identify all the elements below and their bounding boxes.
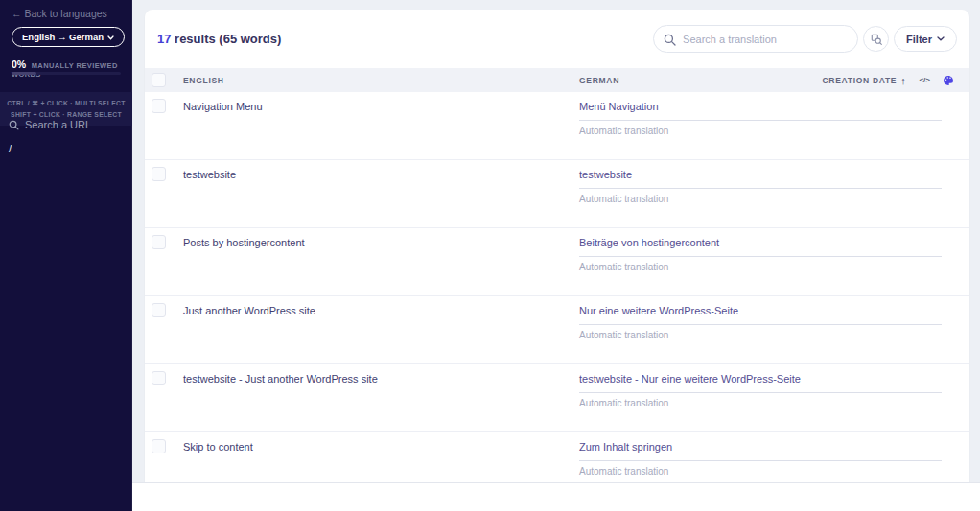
toolbar-actions: Filter (653, 25, 957, 53)
url-list-item[interactable]: / (9, 143, 12, 154)
chevron-down-icon (107, 35, 114, 40)
row-checkbox[interactable] (152, 99, 166, 113)
translation-status: Automatic translation (579, 257, 942, 272)
translation-field[interactable]: testwebsite - Nur eine weitere WordPress… (579, 364, 942, 393)
table-header: ENGLISH GERMAN CREATION DATE ↑ </> (145, 68, 969, 92)
search-in-code-icon (871, 34, 882, 45)
source-text: Skip to content (183, 440, 253, 453)
source-text: testwebsite - Just another WordPress sit… (183, 372, 378, 385)
translation-cell: Menü Navigation Automatic translation (579, 92, 942, 136)
translation-cell: Zum Inhalt springen Automatic translatio… (579, 432, 942, 476)
shortcut-hint-line1: CTRL / ⌘ + CLICK · MULTI SELECT (2, 98, 130, 109)
search-icon (9, 120, 19, 130)
back-to-languages-label: Back to languages (24, 8, 106, 19)
search-icon (664, 34, 676, 46)
translation-status: Automatic translation (579, 325, 942, 340)
url-search-placeholder: Search a URL (25, 119, 91, 130)
translation-cell: testwebsite - Nur eine weitere WordPress… (579, 364, 942, 408)
column-header-creation-date[interactable]: CREATION DATE ↑ (822, 75, 906, 86)
translations-panel: 17 results (65 words) Filter ENGLISH GER… (145, 10, 969, 489)
table-row: Navigation Menu Menü Navigation Automati… (145, 92, 969, 160)
filter-button[interactable]: Filter (894, 26, 957, 52)
translation-field[interactable]: Nur eine weitere WordPress-Seite (579, 296, 942, 325)
column-header-german: GERMAN (579, 76, 619, 85)
sidebar: ← Back to languages English → German 0% … (0, 0, 132, 511)
translation-cell: Beiträge von hostingercontent Automatic … (579, 228, 942, 272)
results-label: results (65 words) (171, 32, 281, 46)
translation-field[interactable]: Zum Inhalt springen (579, 432, 942, 461)
results-count: 17 (157, 32, 171, 46)
translation-status: Automatic translation (579, 189, 942, 204)
table-row: testwebsite testwebsite Automatic transl… (145, 160, 969, 228)
translation-rows: Navigation Menu Menü Navigation Automati… (145, 92, 969, 500)
back-to-languages-link[interactable]: ← Back to languages (12, 8, 107, 19)
reviewed-progress-bar (12, 72, 121, 75)
row-checkbox[interactable] (152, 303, 166, 317)
language-pair-selector[interactable]: English → German (12, 27, 125, 47)
translation-search-input[interactable] (683, 26, 852, 52)
translation-status: Automatic translation (579, 393, 942, 408)
select-all-checkbox[interactable] (152, 73, 166, 87)
row-checkbox[interactable] (152, 439, 166, 453)
translation-status: Automatic translation (579, 461, 942, 476)
row-checkbox[interactable] (152, 371, 166, 385)
source-text: testwebsite (183, 168, 236, 181)
translation-field[interactable]: Beiträge von hostingercontent (579, 228, 942, 257)
table-row: Just another WordPress site Nur eine wei… (145, 296, 969, 364)
reviewed-words-stat: 0% MANUALLY REVIEWED WORDS (12, 58, 125, 79)
show-html-toggle-icon[interactable]: </> (919, 76, 930, 84)
toolbar: 17 results (65 words) Filter (145, 10, 969, 68)
advanced-search-button[interactable] (863, 26, 889, 52)
reviewed-progress-fill (12, 72, 36, 75)
table-row: testwebsite - Just another WordPress sit… (145, 364, 969, 432)
row-checkbox[interactable] (152, 235, 166, 249)
creation-date-label: CREATION DATE (822, 76, 897, 85)
language-pair-label: English → German (22, 32, 104, 42)
results-summary: 17 results (65 words) (157, 32, 281, 46)
translation-cell: Nur eine weitere WordPress-Seite Automat… (579, 296, 942, 340)
table-header-right: CREATION DATE ↑ </> (822, 68, 954, 92)
translation-field[interactable]: testwebsite (579, 160, 942, 189)
source-text: Posts by hostingercontent (183, 236, 305, 249)
translation-field[interactable]: Menü Navigation (579, 92, 942, 121)
column-header-english: ENGLISH (183, 76, 224, 85)
table-row: Posts by hostingercontent Beiträge von h… (145, 228, 969, 296)
back-arrow-icon: ← (12, 8, 22, 19)
source-text: Just another WordPress site (183, 304, 315, 317)
translation-search (653, 25, 858, 53)
translation-cell: testwebsite Automatic translation (579, 160, 942, 204)
filter-label: Filter (906, 34, 932, 45)
row-checkbox[interactable] (152, 167, 166, 181)
url-search-input[interactable]: Search a URL (9, 119, 91, 130)
reviewed-percent: 0% (12, 58, 26, 70)
palette-icon[interactable] (943, 75, 954, 86)
translation-status: Automatic translation (579, 121, 942, 136)
source-text: Navigation Menu (183, 100, 263, 113)
sort-ascending-icon: ↑ (900, 75, 906, 86)
reviewed-label: MANUALLY REVIEWED WORDS (12, 61, 118, 79)
chevron-down-icon (937, 36, 945, 41)
pagination-footer (132, 482, 980, 511)
